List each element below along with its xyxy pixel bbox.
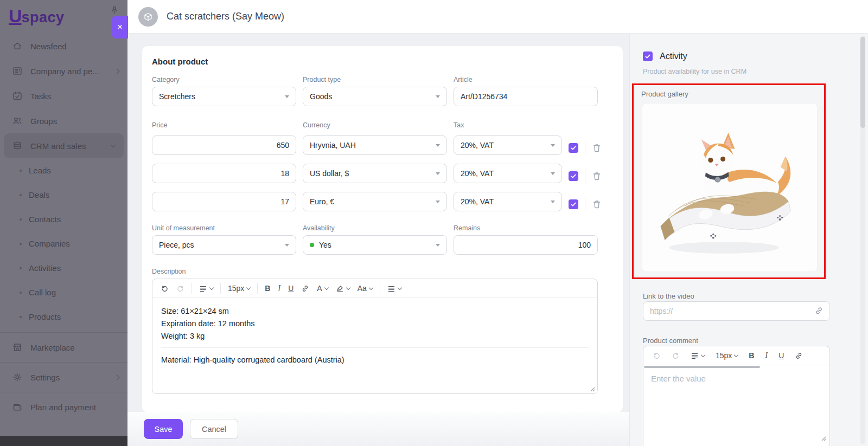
italic-button[interactable]: I <box>274 281 284 295</box>
close-modal-button[interactable]: × <box>112 16 128 38</box>
currency-select[interactable]: US dollar, $ <box>303 164 447 183</box>
video-link-input[interactable] <box>643 301 830 321</box>
toolbar-separator <box>380 283 380 294</box>
close-icon: × <box>117 22 123 33</box>
sidebar-item-crm-and-sales[interactable]: CRM and sales <box>4 133 124 158</box>
sidebar-item-groups[interactable]: Groups <box>0 108 127 133</box>
text-case-button[interactable]: Aa <box>354 281 376 295</box>
category-value: Scretchers <box>159 92 195 101</box>
delete-price-row-icon[interactable] <box>592 199 602 209</box>
highlight-button[interactable] <box>332 281 354 295</box>
line-height-button[interactable] <box>687 348 709 363</box>
undo-icon[interactable] <box>157 281 173 295</box>
select-arrow-icon <box>551 172 555 175</box>
page-title: Cat scratchers (Say Meow) <box>167 11 284 22</box>
uspacy-logo[interactable]: U spacy <box>9 5 65 27</box>
check-icon <box>570 201 577 208</box>
remains-input[interactable] <box>454 235 598 255</box>
bullet-icon <box>20 170 22 172</box>
price-active-checkbox[interactable] <box>569 171 578 181</box>
toolbar-scroll-thumb[interactable] <box>644 366 760 368</box>
underline-button[interactable]: U <box>775 348 788 363</box>
gallery-image-card[interactable] <box>642 103 818 272</box>
sidebar-item-settings[interactable]: Settings <box>0 362 127 392</box>
price-input[interactable] <box>152 164 296 183</box>
redo-icon[interactable] <box>173 281 188 295</box>
sidebar-subitem-leads[interactable]: Leads <box>0 158 127 183</box>
currency-select[interactable]: Hryvnia, UAH <box>303 135 447 155</box>
resize-handle[interactable] <box>590 386 595 392</box>
align-button[interactable] <box>384 281 405 295</box>
availability-value: Yes <box>319 241 331 249</box>
line-height-button[interactable] <box>195 281 217 295</box>
sidebar: U spacy Newsfeed Company and pe... Tasks <box>0 0 127 446</box>
currency-select[interactable]: Euro, € <box>303 192 447 211</box>
availability-label: Availability <box>303 224 447 232</box>
sidebar-item-plan-and-payment[interactable]: Plan and payment <box>0 392 127 422</box>
resize-handle[interactable] <box>821 436 826 441</box>
sidebar-item-label: Marketplace <box>30 343 119 352</box>
pin-sidebar-icon[interactable] <box>110 5 119 15</box>
article-input[interactable] <box>454 87 598 106</box>
availability-select[interactable]: Yes <box>303 235 447 255</box>
sidebar-subitem-deals[interactable]: Deals <box>0 183 127 207</box>
price-input[interactable] <box>152 135 296 155</box>
save-button[interactable]: Save <box>144 419 183 439</box>
underline-button[interactable]: U <box>284 281 297 295</box>
sidebar-item-company-and-people[interactable]: Company and pe... <box>0 59 127 83</box>
currency-value: Euro, € <box>310 197 334 206</box>
tax-select[interactable]: 20%, VAT <box>454 164 562 183</box>
sidebar-subitem-call-log[interactable]: Call log <box>0 280 127 305</box>
cube-icon <box>143 12 153 22</box>
toolbar-separator <box>257 283 258 294</box>
price-label: Price <box>152 121 296 129</box>
logo-letter: U <box>9 5 22 27</box>
font-size-button[interactable]: 15px <box>224 281 254 295</box>
bold-button[interactable]: B <box>745 348 758 363</box>
panel-scrollbar-thumb[interactable] <box>860 37 865 128</box>
availability-field: Availability Yes <box>303 224 447 255</box>
check-icon <box>644 53 651 60</box>
price-active-checkbox[interactable] <box>569 199 578 209</box>
panel-scrollbar[interactable] <box>860 36 865 444</box>
link-button[interactable] <box>791 348 807 363</box>
bold-button[interactable]: B <box>261 281 274 295</box>
chevron-down-icon <box>398 285 402 289</box>
sidebar-subitem-contacts[interactable]: Contacts <box>0 207 127 231</box>
delete-price-row-icon[interactable] <box>592 143 602 153</box>
italic-button[interactable]: I <box>761 348 771 363</box>
description-text[interactable]: Size: 61×21×24 sm Expiration date: 12 mo… <box>152 298 597 393</box>
price-active-checkbox[interactable] <box>569 143 578 153</box>
unit-select[interactable]: Piece, pcs <box>152 235 296 255</box>
cancel-button[interactable]: Cancel <box>190 419 238 439</box>
price-input[interactable] <box>152 192 296 211</box>
category-select[interactable]: Scretchers <box>152 87 296 106</box>
sidebar-item-tasks[interactable]: Tasks <box>0 83 127 108</box>
bullet-icon <box>20 292 22 294</box>
redo-icon[interactable] <box>668 348 684 363</box>
delete-price-row-icon[interactable] <box>592 171 602 181</box>
sidebar-item-newsfeed[interactable]: Newsfeed <box>0 34 127 59</box>
product-type-select[interactable]: Goods <box>303 87 447 106</box>
chevron-down-icon <box>369 285 373 289</box>
link-button[interactable] <box>297 281 313 295</box>
select-arrow-icon <box>436 144 440 147</box>
sidebar-item-marketplace[interactable]: Marketplace <box>0 332 127 362</box>
gallery-label: Product gallery <box>641 90 688 98</box>
sidebar-subitem-companies[interactable]: Companies <box>0 231 127 256</box>
activity-checkbox[interactable] <box>643 51 653 61</box>
text-color-button[interactable]: A <box>313 281 331 295</box>
people-icon <box>12 115 23 126</box>
sidebar-subitem-products[interactable]: Products <box>0 305 127 329</box>
tax-select[interactable]: 20%, VAT <box>454 135 562 155</box>
gear-icon <box>12 372 23 383</box>
undo-icon[interactable] <box>649 348 665 363</box>
product-comment-input[interactable] <box>643 365 829 441</box>
tax-select[interactable]: 20%, VAT <box>454 192 562 211</box>
font-size-button[interactable]: 15px <box>712 348 742 363</box>
sidebar-subitem-activities[interactable]: Activities <box>0 256 127 280</box>
category-label: Category <box>152 76 296 83</box>
lines-icon <box>199 285 207 293</box>
product-gallery-highlight: Product gallery <box>632 83 826 279</box>
link-icon <box>301 285 309 293</box>
